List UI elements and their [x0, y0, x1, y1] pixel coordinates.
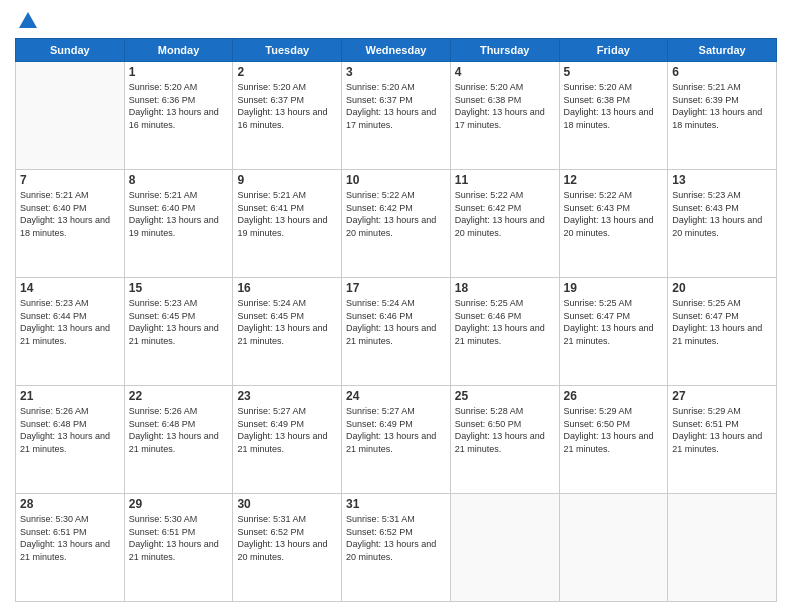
svg-marker-0 — [19, 12, 37, 28]
day-number: 8 — [129, 173, 229, 187]
sun-info: Sunrise: 5:22 AMSunset: 6:42 PMDaylight:… — [455, 189, 555, 239]
calendar-cell: 29 Sunrise: 5:30 AMSunset: 6:51 PMDaylig… — [124, 494, 233, 602]
calendar-cell — [668, 494, 777, 602]
day-number: 5 — [564, 65, 664, 79]
sun-info: Sunrise: 5:20 AMSunset: 6:36 PMDaylight:… — [129, 81, 229, 131]
calendar-header-tuesday: Tuesday — [233, 39, 342, 62]
day-number: 16 — [237, 281, 337, 295]
day-number: 15 — [129, 281, 229, 295]
calendar-cell: 21 Sunrise: 5:26 AMSunset: 6:48 PMDaylig… — [16, 386, 125, 494]
calendar-header-thursday: Thursday — [450, 39, 559, 62]
calendar-cell: 8 Sunrise: 5:21 AMSunset: 6:40 PMDayligh… — [124, 170, 233, 278]
calendar-cell: 14 Sunrise: 5:23 AMSunset: 6:44 PMDaylig… — [16, 278, 125, 386]
day-number: 11 — [455, 173, 555, 187]
sun-info: Sunrise: 5:22 AMSunset: 6:43 PMDaylight:… — [564, 189, 664, 239]
sun-info: Sunrise: 5:30 AMSunset: 6:51 PMDaylight:… — [20, 513, 120, 563]
day-number: 25 — [455, 389, 555, 403]
calendar-week-1: 1 Sunrise: 5:20 AMSunset: 6:36 PMDayligh… — [16, 62, 777, 170]
calendar-cell: 22 Sunrise: 5:26 AMSunset: 6:48 PMDaylig… — [124, 386, 233, 494]
day-number: 28 — [20, 497, 120, 511]
sun-info: Sunrise: 5:21 AMSunset: 6:40 PMDaylight:… — [20, 189, 120, 239]
day-number: 9 — [237, 173, 337, 187]
calendar-cell: 20 Sunrise: 5:25 AMSunset: 6:47 PMDaylig… — [668, 278, 777, 386]
day-number: 21 — [20, 389, 120, 403]
sun-info: Sunrise: 5:21 AMSunset: 6:39 PMDaylight:… — [672, 81, 772, 131]
day-number: 13 — [672, 173, 772, 187]
calendar-cell: 11 Sunrise: 5:22 AMSunset: 6:42 PMDaylig… — [450, 170, 559, 278]
sun-info: Sunrise: 5:20 AMSunset: 6:38 PMDaylight:… — [564, 81, 664, 131]
day-number: 17 — [346, 281, 446, 295]
sun-info: Sunrise: 5:24 AMSunset: 6:45 PMDaylight:… — [237, 297, 337, 347]
day-number: 19 — [564, 281, 664, 295]
calendar-header-sunday: Sunday — [16, 39, 125, 62]
day-number: 22 — [129, 389, 229, 403]
sun-info: Sunrise: 5:20 AMSunset: 6:38 PMDaylight:… — [455, 81, 555, 131]
calendar-cell: 26 Sunrise: 5:29 AMSunset: 6:50 PMDaylig… — [559, 386, 668, 494]
calendar-cell: 23 Sunrise: 5:27 AMSunset: 6:49 PMDaylig… — [233, 386, 342, 494]
calendar-body: 1 Sunrise: 5:20 AMSunset: 6:36 PMDayligh… — [16, 62, 777, 602]
calendar-cell: 28 Sunrise: 5:30 AMSunset: 6:51 PMDaylig… — [16, 494, 125, 602]
calendar-cell: 10 Sunrise: 5:22 AMSunset: 6:42 PMDaylig… — [342, 170, 451, 278]
day-number: 14 — [20, 281, 120, 295]
sun-info: Sunrise: 5:25 AMSunset: 6:46 PMDaylight:… — [455, 297, 555, 347]
calendar-cell: 19 Sunrise: 5:25 AMSunset: 6:47 PMDaylig… — [559, 278, 668, 386]
calendar-header-monday: Monday — [124, 39, 233, 62]
sun-info: Sunrise: 5:31 AMSunset: 6:52 PMDaylight:… — [237, 513, 337, 563]
sun-info: Sunrise: 5:23 AMSunset: 6:43 PMDaylight:… — [672, 189, 772, 239]
day-number: 24 — [346, 389, 446, 403]
day-number: 20 — [672, 281, 772, 295]
header — [15, 10, 777, 30]
calendar-cell: 25 Sunrise: 5:28 AMSunset: 6:50 PMDaylig… — [450, 386, 559, 494]
day-number: 12 — [564, 173, 664, 187]
calendar-week-3: 14 Sunrise: 5:23 AMSunset: 6:44 PMDaylig… — [16, 278, 777, 386]
calendar-cell: 13 Sunrise: 5:23 AMSunset: 6:43 PMDaylig… — [668, 170, 777, 278]
calendar-cell: 5 Sunrise: 5:20 AMSunset: 6:38 PMDayligh… — [559, 62, 668, 170]
day-number: 3 — [346, 65, 446, 79]
calendar-cell: 24 Sunrise: 5:27 AMSunset: 6:49 PMDaylig… — [342, 386, 451, 494]
day-number: 23 — [237, 389, 337, 403]
day-number: 27 — [672, 389, 772, 403]
calendar-cell — [450, 494, 559, 602]
calendar-cell: 6 Sunrise: 5:21 AMSunset: 6:39 PMDayligh… — [668, 62, 777, 170]
logo-icon — [17, 10, 39, 32]
calendar-cell: 16 Sunrise: 5:24 AMSunset: 6:45 PMDaylig… — [233, 278, 342, 386]
day-number: 1 — [129, 65, 229, 79]
day-number: 10 — [346, 173, 446, 187]
calendar-cell: 2 Sunrise: 5:20 AMSunset: 6:37 PMDayligh… — [233, 62, 342, 170]
calendar-cell: 30 Sunrise: 5:31 AMSunset: 6:52 PMDaylig… — [233, 494, 342, 602]
day-number: 26 — [564, 389, 664, 403]
calendar-header-friday: Friday — [559, 39, 668, 62]
sun-info: Sunrise: 5:23 AMSunset: 6:45 PMDaylight:… — [129, 297, 229, 347]
sun-info: Sunrise: 5:30 AMSunset: 6:51 PMDaylight:… — [129, 513, 229, 563]
sun-info: Sunrise: 5:24 AMSunset: 6:46 PMDaylight:… — [346, 297, 446, 347]
calendar-week-4: 21 Sunrise: 5:26 AMSunset: 6:48 PMDaylig… — [16, 386, 777, 494]
calendar-cell: 7 Sunrise: 5:21 AMSunset: 6:40 PMDayligh… — [16, 170, 125, 278]
calendar-cell: 18 Sunrise: 5:25 AMSunset: 6:46 PMDaylig… — [450, 278, 559, 386]
calendar-cell: 4 Sunrise: 5:20 AMSunset: 6:38 PMDayligh… — [450, 62, 559, 170]
sun-info: Sunrise: 5:21 AMSunset: 6:40 PMDaylight:… — [129, 189, 229, 239]
sun-info: Sunrise: 5:29 AMSunset: 6:50 PMDaylight:… — [564, 405, 664, 455]
day-number: 18 — [455, 281, 555, 295]
logo — [15, 10, 39, 30]
calendar-header-saturday: Saturday — [668, 39, 777, 62]
sun-info: Sunrise: 5:26 AMSunset: 6:48 PMDaylight:… — [129, 405, 229, 455]
sun-info: Sunrise: 5:20 AMSunset: 6:37 PMDaylight:… — [237, 81, 337, 131]
page: SundayMondayTuesdayWednesdayThursdayFrid… — [0, 0, 792, 612]
calendar-table: SundayMondayTuesdayWednesdayThursdayFrid… — [15, 38, 777, 602]
calendar-cell — [559, 494, 668, 602]
calendar-cell: 31 Sunrise: 5:31 AMSunset: 6:52 PMDaylig… — [342, 494, 451, 602]
calendar-header-wednesday: Wednesday — [342, 39, 451, 62]
calendar-week-5: 28 Sunrise: 5:30 AMSunset: 6:51 PMDaylig… — [16, 494, 777, 602]
sun-info: Sunrise: 5:23 AMSunset: 6:44 PMDaylight:… — [20, 297, 120, 347]
day-number: 2 — [237, 65, 337, 79]
calendar-cell: 12 Sunrise: 5:22 AMSunset: 6:43 PMDaylig… — [559, 170, 668, 278]
day-number: 29 — [129, 497, 229, 511]
calendar-week-2: 7 Sunrise: 5:21 AMSunset: 6:40 PMDayligh… — [16, 170, 777, 278]
calendar-header-row: SundayMondayTuesdayWednesdayThursdayFrid… — [16, 39, 777, 62]
calendar-cell: 9 Sunrise: 5:21 AMSunset: 6:41 PMDayligh… — [233, 170, 342, 278]
sun-info: Sunrise: 5:21 AMSunset: 6:41 PMDaylight:… — [237, 189, 337, 239]
sun-info: Sunrise: 5:22 AMSunset: 6:42 PMDaylight:… — [346, 189, 446, 239]
calendar-cell — [16, 62, 125, 170]
calendar-cell: 27 Sunrise: 5:29 AMSunset: 6:51 PMDaylig… — [668, 386, 777, 494]
calendar-cell: 1 Sunrise: 5:20 AMSunset: 6:36 PMDayligh… — [124, 62, 233, 170]
